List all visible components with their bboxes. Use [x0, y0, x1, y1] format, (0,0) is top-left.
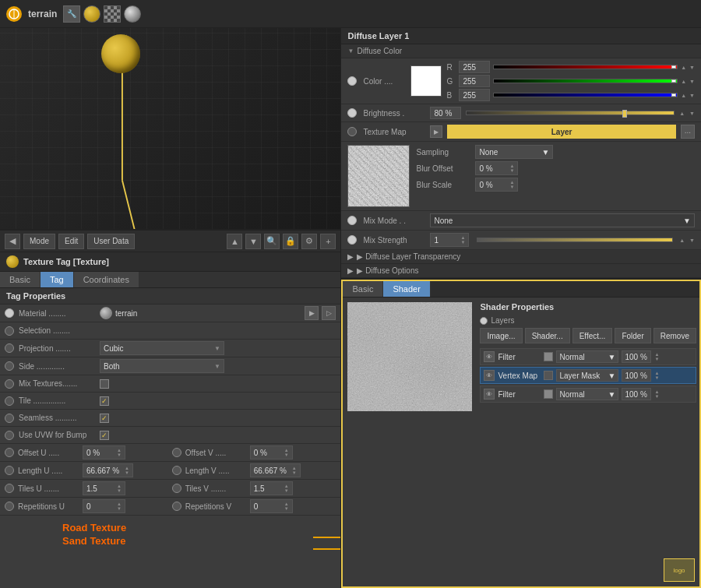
- edit-menu[interactable]: Edit: [58, 234, 84, 249]
- g-arrow-down[interactable]: ▼: [689, 79, 695, 84]
- search-icon[interactable]: 🔍: [264, 234, 280, 249]
- mix-mode-dropdown[interactable]: None ▼: [430, 213, 695, 227]
- diffuse-options-header[interactable]: ▶ ▶ Diffuse Options: [341, 264, 701, 278]
- offset-v-down[interactable]: ▼: [284, 452, 289, 457]
- tab-tag[interactable]: Tag: [41, 272, 74, 287]
- layer-eye-1[interactable]: 👁: [484, 370, 495, 381]
- r-slider[interactable]: [493, 65, 678, 69]
- diffuse-transparency-header[interactable]: ▶ ▶ Diffuse Layer Transparency: [341, 250, 701, 264]
- r-value[interactable]: 255: [459, 61, 490, 73]
- shader-btn-btn[interactable]: Shader...: [525, 328, 570, 343]
- tab-basic-shader[interactable]: Basic: [343, 281, 383, 297]
- g-slider[interactable]: [493, 79, 678, 83]
- brightness-value[interactable]: 80 %: [430, 107, 461, 119]
- material-select-btn[interactable]: ▶: [305, 306, 319, 320]
- color-radio[interactable]: [347, 76, 357, 86]
- color-swatch[interactable]: [410, 65, 442, 97]
- toolbar-arrow-icon[interactable]: ◀: [5, 234, 20, 249]
- tab-coordinates[interactable]: Coordinates: [74, 272, 139, 287]
- length-v-down[interactable]: ▼: [292, 470, 297, 475]
- diffuse-color-header[interactable]: ▼ Diffuse Color: [341, 44, 701, 58]
- material-preview[interactable]: [100, 307, 112, 319]
- length-u-down[interactable]: ▼: [125, 470, 129, 475]
- repetitions-u-field[interactable]: 0 ▲ ▼: [83, 499, 125, 513]
- nav-arrow-down[interactable]: ▼: [245, 234, 261, 249]
- tab-basic[interactable]: Basic: [0, 272, 41, 287]
- mix-textures-checkbox[interactable]: [100, 379, 109, 389]
- r-arrow-down[interactable]: ▼: [689, 65, 695, 70]
- mix-strength-down-btn[interactable]: ▼: [689, 238, 695, 243]
- b-arrow-up[interactable]: ▲: [681, 93, 686, 98]
- shader-layers-radio[interactable]: [480, 317, 488, 325]
- b-slider[interactable]: [493, 93, 678, 97]
- repetitions-v-down[interactable]: ▼: [284, 506, 289, 511]
- g-value[interactable]: 255: [459, 75, 490, 87]
- texmap-dots[interactable]: ...: [681, 125, 695, 139]
- layer-pct-0[interactable]: 100 %: [622, 350, 651, 363]
- uvw-radio[interactable]: [5, 431, 14, 440]
- layer-pct-down-0[interactable]: ▼: [654, 357, 659, 361]
- tab-shader[interactable]: Shader: [383, 281, 430, 297]
- g-arrow-up[interactable]: ▲: [681, 79, 686, 84]
- mix-strength-field[interactable]: 1 ▲ ▼: [430, 233, 469, 247]
- remove-btn[interactable]: Remove: [653, 328, 696, 343]
- layer-swatch-1[interactable]: [544, 371, 553, 380]
- length-u-field[interactable]: 66.667 % ▲ ▼: [83, 463, 133, 477]
- offset-v-radio[interactable]: [172, 448, 181, 457]
- material-ball-icon[interactable]: [124, 5, 141, 23]
- material-radio[interactable]: [5, 308, 14, 318]
- blur-scale-down[interactable]: ▼: [510, 185, 515, 189]
- offset-v-field[interactable]: 0 % ▲ ▼: [250, 445, 293, 459]
- projection-dropdown[interactable]: Cubic ▼: [100, 341, 224, 355]
- layer-eye-2[interactable]: 👁: [484, 389, 495, 400]
- mix-strength-down[interactable]: ▼: [461, 240, 466, 245]
- tiles-v-field[interactable]: 1.5 ▲ ▼: [250, 481, 293, 495]
- filter-icon[interactable]: 🔧: [63, 5, 80, 23]
- user-data-menu[interactable]: User Data: [87, 234, 135, 249]
- layer-pct-down-1[interactable]: ▼: [654, 375, 659, 380]
- seamless-checkbox[interactable]: ✓: [100, 414, 109, 423]
- blur-offset-field[interactable]: 0 % ▲ ▼: [475, 161, 518, 175]
- layer-eye-0[interactable]: 👁: [484, 351, 495, 362]
- sphere-icon[interactable]: [83, 5, 100, 23]
- mix-textures-radio[interactable]: [5, 379, 14, 389]
- side-radio[interactable]: [5, 361, 14, 371]
- repetitions-u-radio[interactable]: [5, 502, 14, 511]
- effect-btn[interactable]: Effect...: [572, 328, 613, 343]
- checkerboard-icon[interactable]: [104, 5, 121, 23]
- layer-type-2[interactable]: Normal ▼: [556, 388, 618, 400]
- brightness-radio[interactable]: [347, 108, 357, 118]
- mix-strength-bar[interactable]: [477, 238, 673, 242]
- tile-checkbox[interactable]: ✓: [100, 396, 109, 406]
- add-icon[interactable]: +: [320, 234, 336, 249]
- mix-mode-radio[interactable]: [347, 216, 357, 225]
- tile-radio[interactable]: [5, 396, 14, 406]
- tiles-u-down[interactable]: ▼: [117, 488, 122, 493]
- tiles-u-field[interactable]: 1.5 ▲ ▼: [83, 481, 125, 495]
- layer-type-0[interactable]: Normal ▼: [556, 350, 618, 363]
- material-nav-btn[interactable]: ▷: [322, 306, 336, 320]
- nav-arrow-up[interactable]: ▲: [227, 234, 242, 249]
- repetitions-v-field[interactable]: 0 ▲ ▼: [250, 499, 293, 513]
- brightness-bar[interactable]: [466, 111, 675, 115]
- settings-icon[interactable]: ⚙: [301, 234, 317, 249]
- b-arrow-down[interactable]: ▼: [689, 93, 695, 98]
- mix-strength-up-btn[interactable]: ▲: [679, 238, 685, 243]
- offset-u-down[interactable]: ▼: [117, 452, 122, 457]
- sampling-dropdown[interactable]: None ▼: [475, 145, 553, 159]
- tiles-v-down[interactable]: ▼: [284, 488, 289, 493]
- texmap-value[interactable]: Layer: [447, 125, 675, 139]
- layer-swatch-0[interactable]: [544, 352, 553, 361]
- image-btn[interactable]: Image...: [480, 328, 522, 343]
- texmap-radio[interactable]: [347, 127, 357, 136]
- brightness-arrow-up[interactable]: ▲: [679, 111, 685, 116]
- length-v-radio[interactable]: [172, 466, 181, 475]
- offset-u-field[interactable]: 0 % ▲ ▼: [83, 445, 125, 459]
- seamless-radio[interactable]: [5, 414, 14, 423]
- blur-scale-field[interactable]: 0 % ▲ ▼: [475, 178, 518, 192]
- tiles-u-radio[interactable]: [5, 484, 14, 493]
- mix-strength-radio[interactable]: [347, 235, 357, 245]
- mode-menu[interactable]: Mode: [23, 234, 55, 249]
- r-arrow-up[interactable]: ▲: [681, 65, 686, 70]
- lock-icon[interactable]: 🔒: [283, 234, 298, 249]
